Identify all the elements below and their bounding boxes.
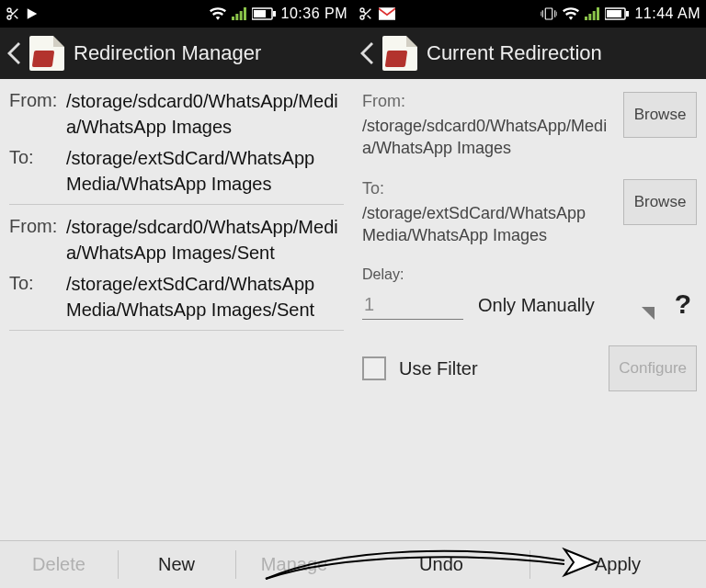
battery-icon [252,7,276,20]
signal-icon [232,7,246,20]
back-icon[interactable] [7,42,20,64]
delay-input[interactable] [362,290,463,320]
to-browse-button[interactable]: Browse [623,179,697,225]
app-icon [382,36,417,71]
list-item[interactable]: From:/storage/sdcard0/WhatsApp/Media/Wha… [9,79,344,205]
use-filter-checkbox[interactable] [362,356,386,380]
to-label: To: [362,179,616,198]
new-button[interactable]: New [118,541,235,588]
svg-point-6 [360,16,364,19]
delay-mode-value: Only Manually [478,295,595,316]
help-button[interactable]: ? [669,288,697,320]
redirection-form: From: /storage/sdcard0/WhatsApp/Media/Wh… [353,79,706,540]
delay-label: Delay: [362,266,697,283]
signal-icon [585,7,599,20]
scissors-icon [6,6,20,21]
to-label: To: [9,145,66,197]
action-bar: Current Redirection [353,28,706,79]
from-path: /storage/sdcard0/WhatsApp/Media/WhatsApp… [362,115,616,159]
bottom-bar: Undo Apply [353,540,706,588]
battery-icon [605,7,629,20]
back-icon[interactable] [360,42,373,64]
undo-button[interactable]: Undo [353,541,530,588]
from-browse-button[interactable]: Browse [623,92,697,138]
action-bar: Redirection Manager [0,28,353,79]
svg-point-0 [7,8,11,12]
from-label: From: [9,214,66,266]
scissors-icon [359,6,373,21]
vibrate-icon [541,7,557,20]
configure-button[interactable]: Configure [609,345,697,391]
svg-rect-4 [254,10,266,17]
to-field: To: /storage/extSdCard/WhatsApp Media/Wh… [362,179,697,246]
screen-title: Redirection Manager [74,41,261,65]
status-time: 11:44 AM [634,6,700,22]
use-filter-label: Use Filter [399,358,596,379]
delete-button[interactable]: Delete [0,541,118,588]
to-path: /storage/extSdCard/WhatsApp Media/WhatsA… [66,145,344,197]
filter-row: Use Filter Configure [362,345,697,391]
manage-button[interactable]: Manage [235,541,353,588]
svg-rect-8 [546,8,553,19]
dropdown-icon [642,307,655,320]
svg-rect-10 [626,11,629,17]
from-path: /storage/sdcard0/WhatsApp/Media/WhatsApp… [66,88,344,140]
to-label: To: [9,271,66,322]
svg-rect-3 [273,11,276,17]
bottom-bar: Delete New Manage [0,540,353,588]
list-item[interactable]: From:/storage/sdcard0/WhatsApp/Media/Wha… [9,205,344,331]
left-screen: 10:36 PM Redirection Manager From:/stora… [0,0,353,588]
right-screen: 11:44 AM Current Redirection From: /stor… [353,0,706,588]
to-path: /storage/extSdCard/WhatsApp Media/WhatsA… [362,202,616,246]
to-path: /storage/extSdCard/WhatsApp Media/WhatsA… [66,271,344,322]
status-time: 10:36 PM [281,6,347,22]
svg-rect-11 [607,10,621,17]
redirection-list: From:/storage/sdcard0/WhatsApp/Media/Wha… [0,79,353,540]
from-label: From: [9,88,66,140]
app-icon [29,36,64,71]
status-bar: 11:44 AM [353,0,706,28]
delay-row: Only Manually ? [362,288,697,320]
svg-point-1 [7,16,11,19]
from-field: From: /storage/sdcard0/WhatsApp/Media/Wh… [362,92,697,159]
apply-button[interactable]: Apply [530,541,706,588]
play-icon [26,7,39,20]
screen-title: Current Redirection [427,41,602,65]
gmail-icon [379,7,395,20]
from-label: From: [362,92,616,111]
delay-mode-spinner[interactable]: Only Manually [478,295,655,320]
from-path: /storage/sdcard0/WhatsApp/Media/WhatsApp… [66,214,344,266]
status-bar: 10:36 PM [0,0,353,28]
svg-point-5 [360,8,364,12]
wifi-icon [563,7,579,20]
wifi-icon [210,7,226,20]
